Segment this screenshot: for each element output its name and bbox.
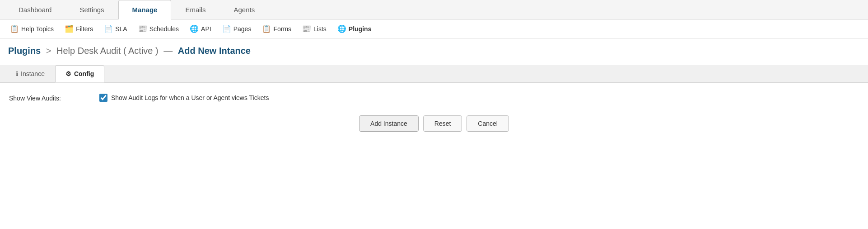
add-instance-button[interactable]: Add Instance [359, 115, 419, 132]
subnav-lists[interactable]: 📰 Lists [298, 22, 331, 35]
plugins-icon: 🌐 [337, 24, 346, 33]
tab-dashboard[interactable]: Dashboard [5, 0, 65, 19]
cancel-button[interactable]: Cancel [467, 115, 509, 132]
reset-button[interactable]: Reset [423, 115, 462, 132]
schedules-icon: 📰 [138, 24, 147, 33]
api-icon: 🌐 [190, 24, 199, 33]
show-view-audits-checkbox[interactable] [99, 94, 107, 102]
breadcrumb-separator: > [46, 46, 54, 56]
tab-agents[interactable]: Agents [219, 0, 269, 19]
subnav-sla[interactable]: 📄 SLA [99, 22, 131, 35]
tab-config[interactable]: ⚙ Config [55, 65, 104, 82]
subnav-api[interactable]: 🌐 API [185, 22, 216, 35]
sla-icon: 📄 [104, 24, 113, 33]
subnav-filters[interactable]: 🗂️ Filters [60, 22, 98, 35]
show-view-audits-control: Show Audit Logs for when a User or Agent… [99, 94, 269, 102]
tab-emails[interactable]: Emails [171, 0, 219, 19]
filters-icon: 🗂️ [65, 24, 74, 33]
breadcrumb-sub: Help Desk Audit ( Active ) [56, 46, 159, 56]
pages-icon: 📄 [222, 24, 231, 33]
tab-instance[interactable]: ℹ Instance [5, 65, 55, 82]
subnav-help-topics[interactable]: 📋 Help Topics [5, 22, 58, 35]
show-view-audits-checkbox-label: Show Audit Logs for when a User or Agent… [111, 94, 269, 101]
breadcrumb-dash: — [163, 46, 175, 56]
tab-manage[interactable]: Manage [118, 0, 172, 19]
show-view-audits-label: Show View Audits: [9, 94, 99, 102]
breadcrumb-action: Add New Intance [178, 46, 251, 56]
lists-icon: 📰 [302, 24, 311, 33]
top-nav: Dashboard Settings Manage Emails Agents [0, 0, 868, 19]
info-icon: ℹ [16, 70, 18, 77]
subnav-forms[interactable]: 📋 Forms [257, 22, 296, 35]
help-topics-icon: 📋 [10, 24, 19, 33]
content-area: Show View Audits: Show Audit Logs for wh… [0, 83, 868, 141]
breadcrumb-root: Plugins [8, 46, 41, 56]
subnav-schedules[interactable]: 📰 Schedules [134, 22, 183, 35]
breadcrumb: Plugins > Help Desk Audit ( Active ) — A… [0, 38, 868, 61]
gear-icon: ⚙ [65, 70, 71, 77]
tab-settings[interactable]: Settings [65, 0, 118, 19]
button-row: Add Instance Reset Cancel [9, 115, 859, 132]
subnav-plugins[interactable]: 🌐 Plugins [333, 22, 376, 35]
forms-icon: 📋 [262, 24, 271, 33]
tab-bar: ℹ Instance ⚙ Config [0, 65, 868, 82]
subnav-pages[interactable]: 📄 Pages [218, 22, 256, 35]
show-view-audits-row: Show View Audits: Show Audit Logs for wh… [9, 94, 859, 102]
sub-nav: 📋 Help Topics 🗂️ Filters 📄 SLA 📰 Schedul… [0, 19, 868, 38]
